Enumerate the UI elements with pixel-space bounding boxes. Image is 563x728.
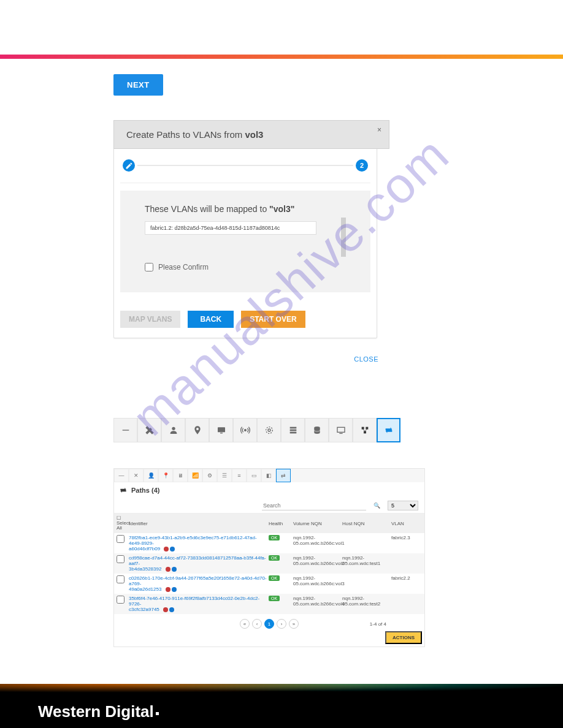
tool-display-icon[interactable]: [329, 418, 353, 442]
tool-topology-icon[interactable]: [353, 418, 377, 442]
close-link[interactable]: CLOSE: [113, 355, 378, 363]
row-checkbox[interactable]: [117, 555, 124, 563]
pager-prev[interactable]: ‹: [252, 619, 262, 629]
search-icon[interactable]: 🔍: [373, 502, 380, 509]
info-icon[interactable]: [170, 547, 175, 552]
next-button[interactable]: NEXT: [113, 74, 163, 96]
step-2-circle[interactable]: 2: [356, 159, 368, 172]
wizard-actions: MAP VLANS BACK START OVER: [120, 311, 370, 328]
tool-user-icon[interactable]: [161, 418, 185, 442]
mini-database-icon[interactable]: ≡: [232, 469, 247, 482]
row-identifier[interactable]: cd958cae-d7a4-44cc-af72-73833dd081487125…: [129, 555, 266, 566]
row-identifier-2[interactable]: c3cfc32a9745: [129, 607, 159, 612]
col-hostnqn[interactable]: Host NQN: [342, 521, 391, 526]
delete-icon[interactable]: [166, 567, 170, 572]
col-volnqn[interactable]: Volume NQN: [293, 521, 342, 526]
map-vlans-button[interactable]: MAP VLANS: [120, 311, 180, 328]
delete-icon[interactable]: [163, 607, 168, 612]
table-row: cd958cae-d7a4-44cc-af72-73833dd081487125…: [114, 553, 424, 574]
svg-point-1: [172, 427, 175, 430]
svg-point-5: [268, 429, 270, 431]
health-badge: OK: [269, 535, 280, 540]
delete-icon[interactable]: [164, 547, 169, 552]
mini-display-icon[interactable]: ▭: [247, 469, 261, 482]
step-line: [137, 165, 353, 166]
table-row: 35bf6f4-7e46-4170-911e-f69f2f8afb7133d4c…: [114, 594, 424, 614]
confirm-label: Please Confirm: [158, 263, 209, 271]
dialog-title-volume: vol3: [245, 129, 263, 140]
pager-first[interactable]: «: [240, 619, 250, 629]
col-vlan[interactable]: VLAN: [391, 521, 422, 526]
actions-button[interactable]: ACTIONS: [385, 631, 422, 644]
mini-tools-icon[interactable]: ✕: [129, 469, 144, 482]
scrollbar[interactable]: [341, 218, 346, 257]
heading-volume: "vol3": [269, 204, 294, 214]
row-checkbox[interactable]: [117, 596, 124, 604]
svg-rect-8: [289, 430, 296, 431]
mini-location-icon[interactable]: 📍: [158, 469, 173, 482]
tool-gear-icon[interactable]: [257, 418, 281, 442]
row-identifier[interactable]: 78f2fba1-ece9-43b1-a2b9-e5d6c3e9ec75-e71…: [129, 535, 257, 546]
mini-wireless-icon[interactable]: 📶: [188, 469, 202, 482]
mini-topology-icon[interactable]: ◧: [261, 469, 276, 482]
confirm-checkbox[interactable]: [145, 263, 153, 271]
row-checkbox[interactable]: [117, 575, 124, 583]
svg-line-17: [365, 430, 367, 431]
mini-paths-icon[interactable]: ⇄: [276, 469, 291, 482]
footer: Western Digital: [0, 684, 563, 728]
row-checkbox[interactable]: [117, 535, 124, 543]
mini-gear-icon[interactable]: ⚙: [202, 469, 217, 482]
col-health[interactable]: Health: [269, 521, 293, 526]
svg-point-4: [244, 430, 246, 431]
tool-monitor-icon[interactable]: [209, 418, 233, 442]
mini-storage-icon[interactable]: ☰: [217, 469, 232, 482]
search-input[interactable]: [262, 501, 366, 510]
paths-panel: — ✕ 👤 📍 🖥 📶 ⚙ ☰ ≡ ▭ ◧ ⇄ Paths (4) 🔍 5 ☐ …: [113, 468, 425, 647]
info-icon[interactable]: [169, 607, 174, 612]
mini-minus-icon[interactable]: —: [114, 469, 129, 482]
paths-header-label: Paths (4): [131, 487, 159, 494]
table-row: c02626b1-170e-4cbf-9a44-2677f65a5e20f165…: [114, 574, 424, 594]
col-identifier[interactable]: Identifier: [129, 521, 269, 526]
col-select[interactable]: ☐ Select All: [117, 516, 129, 531]
pager-next[interactable]: ›: [277, 619, 286, 629]
wizard-panel: 2 These VLANs will be mapped to "vol3" f…: [113, 148, 377, 338]
row-volnqn: nqn.1992-05.com.wdc.b266c:vol2: [293, 555, 342, 566]
tool-location-icon[interactable]: [185, 418, 209, 442]
row-volnqn: nqn.1992-05.com.wdc.b266c:vol4: [293, 596, 342, 607]
row-identifier-2[interactable]: a60d46df7b09: [129, 546, 160, 552]
row-hostnqn: nqn.1992-05.com.wdc:test1: [342, 555, 391, 566]
info-icon[interactable]: [172, 587, 177, 592]
heading-prefix: These VLANs will be mapped to: [145, 204, 269, 214]
back-button[interactable]: BACK: [188, 311, 234, 328]
svg-rect-2: [218, 427, 225, 432]
row-identifier[interactable]: c02626b1-170e-4cbf-9a44-2677f65a5e20f165…: [129, 575, 267, 586]
row-identifier-2[interactable]: 49a0a26d1253: [129, 586, 161, 592]
tool-minus-icon[interactable]: [113, 418, 137, 442]
tool-database-icon[interactable]: [305, 418, 329, 442]
row-identifier-2[interactable]: 3b4da3528392: [129, 566, 161, 572]
info-icon[interactable]: [172, 567, 177, 572]
step-1-pencil-icon[interactable]: [123, 159, 135, 172]
wizard-body: These VLANs will be mapped to "vol3" fab…: [120, 191, 370, 292]
mini-user-icon[interactable]: 👤: [144, 469, 158, 482]
delete-icon[interactable]: [166, 587, 170, 592]
pager: « ‹ 1 › » 1-4 of 4: [114, 614, 424, 632]
svg-rect-15: [364, 431, 366, 433]
tool-wireless-icon[interactable]: [233, 418, 257, 442]
page-size-select[interactable]: 5: [388, 501, 418, 510]
confirm-row: Please Confirm: [145, 263, 352, 271]
tool-storage-icon[interactable]: [281, 418, 305, 442]
mini-monitor-icon[interactable]: 🖥: [173, 469, 188, 482]
row-identifier[interactable]: 35bf6f4-7e46-4170-911e-f69f2f8afb7133d4c…: [129, 596, 259, 607]
pager-last[interactable]: »: [289, 619, 299, 629]
start-over-button[interactable]: START OVER: [241, 311, 305, 328]
gradient-bar: [0, 55, 563, 59]
row-vlan: fabric2.3: [391, 535, 422, 540]
pager-page-1[interactable]: 1: [264, 619, 274, 629]
tool-tools-icon[interactable]: [137, 418, 161, 442]
tool-paths-icon[interactable]: [377, 418, 400, 442]
paths-mini-toolbar: — ✕ 👤 📍 🖥 📶 ⚙ ☰ ≡ ▭ ◧ ⇄: [114, 469, 424, 482]
close-icon[interactable]: ×: [377, 126, 381, 134]
row-volnqn: nqn.1992-05.com.wdc.b266c:vol1: [293, 535, 342, 546]
